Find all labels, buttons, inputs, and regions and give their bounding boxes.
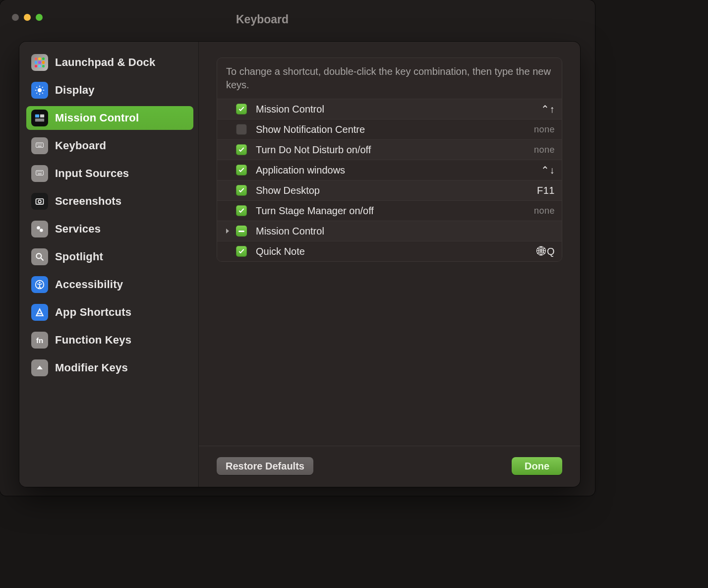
sidebar-item-spotlight[interactable]: Spotlight [26, 245, 193, 269]
shortcut-name: Mission Control [256, 226, 555, 237]
svg-rect-23 [38, 174, 42, 174]
settings-window: Keyboard Launchpad & Dock Display Miss [0, 0, 595, 496]
svg-line-8 [42, 87, 43, 88]
shortcut-keys[interactable]: 🌐︎Q [536, 246, 555, 257]
appshortcuts-icon [31, 304, 48, 321]
shortcut-row[interactable]: Application windows⌃↓ [217, 160, 562, 180]
shortcut-keys[interactable]: none [534, 206, 555, 216]
svg-rect-13 [37, 144, 38, 144]
modifier-icon [31, 359, 48, 376]
svg-rect-24 [36, 199, 44, 204]
sidebar-item-app-shortcuts[interactable]: App Shortcuts [26, 300, 193, 324]
shortcuts-table: To change a shortcut, double-click the k… [217, 58, 562, 262]
svg-rect-10 [40, 115, 44, 118]
shortcut-enabled-checkbox[interactable] [236, 104, 247, 115]
sidebar-item-launchpad[interactable]: Launchpad & Dock [26, 51, 193, 74]
restore-defaults-button[interactable]: Restore Defaults [217, 457, 313, 475]
svg-line-7 [36, 93, 37, 94]
shortcut-enabled-checkbox[interactable] [236, 144, 247, 155]
svg-rect-14 [38, 144, 39, 144]
accessibility-icon [31, 276, 48, 293]
svg-rect-17 [38, 146, 42, 146]
instructions-text: To change a shortcut, double-click the k… [217, 58, 562, 99]
svg-rect-9 [35, 115, 39, 118]
window-title: Keyboard [236, 13, 289, 26]
traffic-lights [12, 14, 43, 21]
shortcut-row[interactable]: Turn Do Not Disturb on/offnone [217, 139, 562, 160]
launchpad-icon [31, 54, 48, 71]
sidebar-item-label: Services [55, 223, 101, 235]
shortcut-enabled-checkbox[interactable] [236, 165, 247, 176]
shortcut-row[interactable]: Turn Stage Manager on/offnone [217, 200, 562, 221]
category-sidebar: Launchpad & Dock Display Mission Control… [19, 42, 199, 487]
shortcut-keys[interactable]: ⌃↓ [541, 164, 555, 176]
sidebar-item-label: Display [55, 84, 95, 97]
shortcut-enabled-checkbox[interactable] [236, 226, 247, 236]
sidebar-item-services[interactable]: Services [26, 217, 193, 241]
sidebar-item-function-keys[interactable]: fn Function Keys [26, 328, 193, 352]
svg-point-25 [38, 200, 41, 203]
shortcut-keys[interactable]: F11 [537, 185, 555, 196]
shortcut-enabled-checkbox[interactable] [236, 246, 247, 257]
shortcut-name: Show Notification Centre [256, 124, 534, 135]
screenshots-icon [31, 193, 48, 210]
sidebar-item-label: Modifier Keys [55, 361, 128, 374]
sidebar-item-label: Keyboard [55, 139, 106, 152]
svg-rect-22 [41, 172, 42, 172]
svg-rect-15 [40, 144, 40, 144]
svg-point-27 [40, 229, 43, 232]
shortcut-row[interactable]: Mission Control [217, 221, 562, 241]
svg-line-29 [41, 258, 44, 261]
sidebar-item-label: Spotlight [55, 250, 103, 263]
sidebar-item-label: Mission Control [55, 112, 139, 124]
svg-point-28 [36, 253, 41, 258]
shortcut-enabled-checkbox[interactable] [236, 205, 247, 216]
svg-rect-11 [35, 118, 44, 121]
shortcut-name: Mission Control [256, 104, 541, 115]
keyboard-icon [31, 137, 48, 154]
shortcut-name: Turn Stage Manager on/off [256, 205, 534, 217]
sidebar-item-label: Input Sources [55, 167, 129, 180]
spotlight-icon [31, 248, 48, 265]
shortcut-row[interactable]: Mission Control⌃↑ [217, 99, 562, 119]
sidebar-item-keyboard[interactable]: Keyboard [26, 134, 193, 158]
disclosure-triangle-icon[interactable] [221, 228, 234, 234]
shortcut-name: Application windows [256, 165, 541, 176]
svg-line-6 [42, 93, 43, 94]
shortcut-keys[interactable]: none [534, 124, 555, 135]
svg-point-0 [38, 88, 42, 92]
sidebar-item-modifier-keys[interactable]: Modifier Keys [26, 356, 193, 380]
zoom-icon[interactable] [36, 14, 43, 21]
svg-rect-18 [36, 171, 44, 175]
sidebar-item-label: App Shortcuts [55, 306, 131, 319]
sidebar-item-accessibility[interactable]: Accessibility [26, 273, 193, 296]
shortcut-enabled-checkbox[interactable] [236, 185, 247, 196]
close-icon[interactable] [12, 14, 19, 21]
mission-icon [31, 110, 48, 126]
shortcut-name: Quick Note [256, 246, 536, 257]
svg-rect-20 [38, 172, 39, 172]
keyboard-shortcuts-sheet: Launchpad & Dock Display Mission Control… [19, 42, 580, 487]
sidebar-item-input-sources[interactable]: Input Sources [26, 162, 193, 185]
svg-rect-19 [37, 172, 38, 172]
sidebar-item-mission-control[interactable]: Mission Control [26, 106, 193, 130]
sidebar-item-label: Launchpad & Dock [55, 56, 155, 69]
done-button[interactable]: Done [512, 457, 562, 475]
svg-point-31 [39, 282, 40, 283]
input-icon [31, 165, 48, 182]
button-label: Restore Defaults [226, 461, 304, 472]
services-icon [31, 221, 48, 237]
shortcut-keys[interactable]: none [534, 145, 555, 155]
shortcut-row[interactable]: Show Notification Centrenone [217, 119, 562, 139]
shortcut-row[interactable]: Quick Note🌐︎Q [217, 241, 562, 261]
parent-toolbar: Keyboard [0, 0, 595, 39]
shortcut-keys[interactable]: ⌃↑ [541, 103, 555, 115]
minimize-icon[interactable] [24, 14, 31, 21]
sidebar-item-screenshots[interactable]: Screenshots [26, 189, 193, 213]
sidebar-item-label: Accessibility [55, 278, 123, 291]
button-label: Done [525, 461, 549, 472]
sidebar-item-display[interactable]: Display [26, 78, 193, 102]
svg-rect-16 [41, 144, 42, 144]
shortcut-enabled-checkbox[interactable] [236, 124, 247, 135]
shortcut-row[interactable]: Show DesktopF11 [217, 180, 562, 200]
